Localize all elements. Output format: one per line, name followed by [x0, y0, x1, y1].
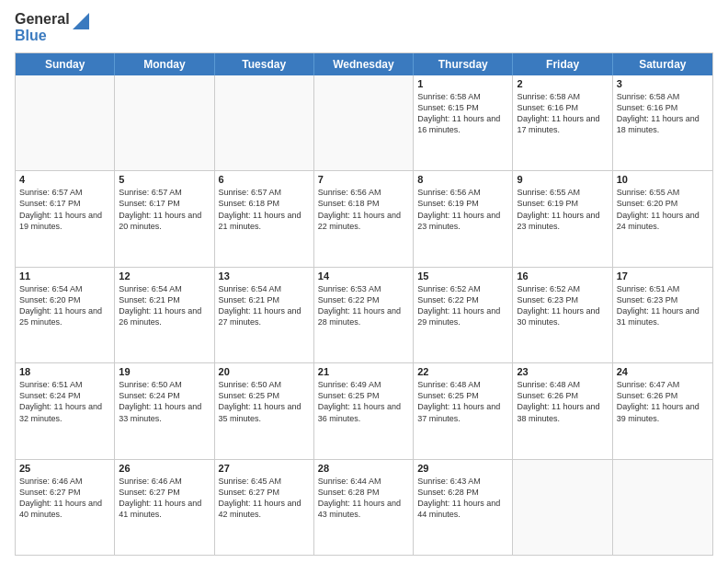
calendar-empty-cell: [215, 75, 314, 170]
calendar-day-3: 3Sunrise: 6:58 AM Sunset: 6:16 PM Daylig…: [613, 75, 712, 170]
calendar-day-2: 2Sunrise: 6:58 AM Sunset: 6:16 PM Daylig…: [513, 75, 612, 170]
calendar-day-29: 29Sunrise: 6:43 AM Sunset: 6:28 PM Dayli…: [414, 460, 513, 555]
day-number: 29: [417, 463, 508, 474]
calendar-day-26: 26Sunrise: 6:46 AM Sunset: 6:27 PM Dayli…: [115, 460, 214, 555]
logo-general-text: General: [15, 11, 70, 28]
day-info: Sunrise: 6:52 AM Sunset: 6:23 PM Dayligh…: [517, 283, 608, 328]
day-info: Sunrise: 6:47 AM Sunset: 6:26 PM Dayligh…: [617, 379, 709, 424]
day-number: 8: [417, 174, 508, 185]
logo-combined: General Blue: [15, 11, 89, 45]
day-number: 21: [318, 366, 409, 377]
day-header-sunday: Sunday: [16, 53, 115, 75]
calendar-day-19: 19Sunrise: 6:50 AM Sunset: 6:24 PM Dayli…: [115, 363, 214, 458]
day-number: 17: [617, 270, 709, 282]
day-header-monday: Monday: [115, 53, 214, 75]
calendar-day-16: 16Sunrise: 6:52 AM Sunset: 6:23 PM Dayli…: [513, 268, 612, 362]
day-number: 28: [318, 463, 409, 474]
day-info: Sunrise: 6:43 AM Sunset: 6:28 PM Dayligh…: [417, 476, 508, 521]
calendar-day-23: 23Sunrise: 6:48 AM Sunset: 6:26 PM Dayli…: [513, 363, 612, 458]
day-number: 11: [19, 270, 110, 282]
calendar-day-18: 18Sunrise: 6:51 AM Sunset: 6:24 PM Dayli…: [16, 363, 115, 458]
calendar-day-27: 27Sunrise: 6:45 AM Sunset: 6:27 PM Dayli…: [215, 460, 314, 555]
day-number: 14: [318, 270, 409, 282]
calendar-empty-cell: [513, 460, 612, 555]
calendar-week-1: 1Sunrise: 6:58 AM Sunset: 6:15 PM Daylig…: [16, 75, 712, 170]
calendar-day-8: 8Sunrise: 6:56 AM Sunset: 6:19 PM Daylig…: [414, 171, 513, 266]
day-header-tuesday: Tuesday: [215, 53, 314, 75]
calendar-week-3: 11Sunrise: 6:54 AM Sunset: 6:20 PM Dayli…: [16, 267, 712, 362]
day-number: 10: [617, 174, 709, 185]
day-number: 18: [19, 366, 110, 377]
calendar-week-2: 4Sunrise: 6:57 AM Sunset: 6:17 PM Daylig…: [16, 170, 712, 266]
calendar-header: SundayMondayTuesdayWednesdayThursdayFrid…: [16, 53, 712, 75]
calendar-week-5: 25Sunrise: 6:46 AM Sunset: 6:27 PM Dayli…: [16, 459, 712, 555]
day-info: Sunrise: 6:46 AM Sunset: 6:27 PM Dayligh…: [119, 476, 210, 521]
day-info: Sunrise: 6:51 AM Sunset: 6:23 PM Dayligh…: [617, 283, 709, 328]
day-info: Sunrise: 6:44 AM Sunset: 6:28 PM Dayligh…: [318, 476, 409, 521]
day-info: Sunrise: 6:58 AM Sunset: 6:16 PM Dayligh…: [517, 91, 608, 136]
calendar-day-7: 7Sunrise: 6:56 AM Sunset: 6:18 PM Daylig…: [314, 171, 414, 266]
calendar-day-5: 5Sunrise: 6:57 AM Sunset: 6:17 PM Daylig…: [115, 171, 214, 266]
page: General Blue SundayMondayTuesdayWednesda…: [0, 0, 728, 563]
day-number: 25: [19, 463, 110, 474]
calendar-day-15: 15Sunrise: 6:52 AM Sunset: 6:22 PM Dayli…: [414, 268, 513, 362]
day-number: 15: [417, 270, 508, 282]
header: General Blue: [15, 11, 713, 45]
day-header-friday: Friday: [513, 53, 612, 75]
calendar-day-25: 25Sunrise: 6:46 AM Sunset: 6:27 PM Dayli…: [16, 460, 115, 555]
day-number: 26: [119, 463, 210, 474]
calendar-day-13: 13Sunrise: 6:54 AM Sunset: 6:21 PM Dayli…: [215, 268, 314, 362]
day-info: Sunrise: 6:45 AM Sunset: 6:27 PM Dayligh…: [219, 476, 310, 521]
day-info: Sunrise: 6:46 AM Sunset: 6:27 PM Dayligh…: [19, 476, 110, 521]
day-header-thursday: Thursday: [414, 53, 513, 75]
day-info: Sunrise: 6:53 AM Sunset: 6:22 PM Dayligh…: [318, 283, 409, 328]
logo-blue-text: Blue: [15, 28, 70, 44]
day-info: Sunrise: 6:54 AM Sunset: 6:20 PM Dayligh…: [19, 283, 110, 328]
calendar-day-4: 4Sunrise: 6:57 AM Sunset: 6:17 PM Daylig…: [16, 171, 115, 266]
calendar-empty-cell: [16, 75, 115, 170]
day-info: Sunrise: 6:48 AM Sunset: 6:25 PM Dayligh…: [417, 379, 508, 424]
calendar-body: 1Sunrise: 6:58 AM Sunset: 6:15 PM Daylig…: [16, 75, 712, 555]
calendar-empty-cell: [115, 75, 214, 170]
day-info: Sunrise: 6:58 AM Sunset: 6:15 PM Dayligh…: [417, 91, 508, 136]
day-number: 7: [318, 174, 409, 185]
calendar: SundayMondayTuesdayWednesdayThursdayFrid…: [15, 52, 713, 556]
day-info: Sunrise: 6:49 AM Sunset: 6:25 PM Dayligh…: [318, 379, 409, 424]
calendar-week-4: 18Sunrise: 6:51 AM Sunset: 6:24 PM Dayli…: [16, 362, 712, 458]
day-number: 23: [517, 366, 608, 377]
day-info: Sunrise: 6:55 AM Sunset: 6:20 PM Dayligh…: [617, 187, 709, 232]
logo: General Blue: [15, 11, 89, 45]
day-number: 13: [219, 270, 310, 282]
day-info: Sunrise: 6:54 AM Sunset: 6:21 PM Dayligh…: [119, 283, 210, 328]
day-number: 1: [417, 78, 508, 89]
calendar-empty-cell: [613, 460, 712, 555]
calendar-day-20: 20Sunrise: 6:50 AM Sunset: 6:25 PM Dayli…: [215, 363, 314, 458]
calendar-day-10: 10Sunrise: 6:55 AM Sunset: 6:20 PM Dayli…: [613, 171, 712, 266]
day-info: Sunrise: 6:56 AM Sunset: 6:19 PM Dayligh…: [417, 187, 508, 232]
calendar-empty-cell: [314, 75, 414, 170]
calendar-day-17: 17Sunrise: 6:51 AM Sunset: 6:23 PM Dayli…: [613, 268, 712, 362]
calendar-day-21: 21Sunrise: 6:49 AM Sunset: 6:25 PM Dayli…: [314, 363, 414, 458]
day-number: 5: [119, 174, 210, 185]
day-info: Sunrise: 6:58 AM Sunset: 6:16 PM Dayligh…: [617, 91, 709, 136]
calendar-day-9: 9Sunrise: 6:55 AM Sunset: 6:19 PM Daylig…: [513, 171, 612, 266]
day-info: Sunrise: 6:57 AM Sunset: 6:18 PM Dayligh…: [219, 187, 310, 232]
day-header-wednesday: Wednesday: [314, 53, 414, 75]
day-number: 3: [617, 78, 709, 89]
day-info: Sunrise: 6:57 AM Sunset: 6:17 PM Dayligh…: [19, 187, 110, 232]
day-info: Sunrise: 6:57 AM Sunset: 6:17 PM Dayligh…: [119, 187, 210, 232]
day-number: 24: [617, 366, 709, 377]
day-number: 20: [219, 366, 310, 377]
calendar-day-12: 12Sunrise: 6:54 AM Sunset: 6:21 PM Dayli…: [115, 268, 214, 362]
calendar-day-14: 14Sunrise: 6:53 AM Sunset: 6:22 PM Dayli…: [314, 268, 414, 362]
day-info: Sunrise: 6:56 AM Sunset: 6:18 PM Dayligh…: [318, 187, 409, 232]
day-number: 22: [417, 366, 508, 377]
calendar-day-1: 1Sunrise: 6:58 AM Sunset: 6:15 PM Daylig…: [414, 75, 513, 170]
day-number: 16: [517, 270, 608, 282]
day-number: 12: [119, 270, 210, 282]
day-number: 4: [19, 174, 110, 185]
day-number: 2: [517, 78, 608, 89]
day-info: Sunrise: 6:50 AM Sunset: 6:24 PM Dayligh…: [119, 379, 210, 424]
day-header-saturday: Saturday: [613, 53, 712, 75]
calendar-day-24: 24Sunrise: 6:47 AM Sunset: 6:26 PM Dayli…: [613, 363, 712, 458]
